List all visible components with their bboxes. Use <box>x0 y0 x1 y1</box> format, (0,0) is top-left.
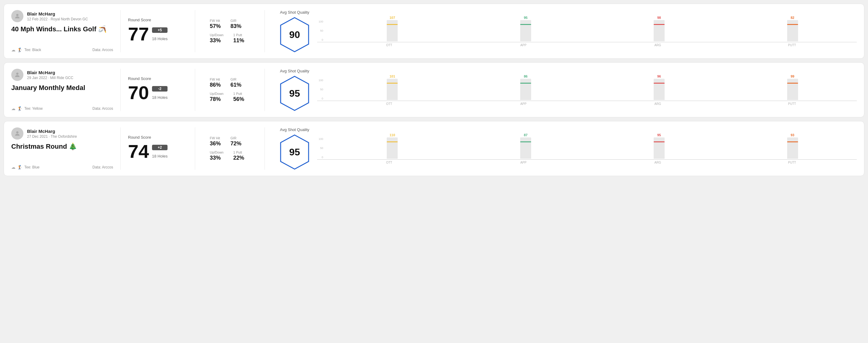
round-score-section: Round Score 77 +5 18 Holes <box>121 10 188 52</box>
updown-value: 33% <box>210 37 223 44</box>
updown-label: Up/Down <box>210 92 223 95</box>
one-putt-label: 1 Putt <box>233 33 244 37</box>
bar-chart-area: 100 50 0 110 87 95 93 <box>317 133 857 164</box>
bar-value: 101 <box>390 74 395 78</box>
avatar <box>11 127 23 139</box>
fw-hit-value: 57% <box>210 23 221 30</box>
round-title: January Monthly Medal <box>11 84 113 92</box>
stats-section: FW Hit 36% GIR 72% Up/Down 33% 1 Putt 22… <box>203 127 257 170</box>
axis-label: PUTT <box>727 43 857 47</box>
avg-shot-label: Avg Shot Quality <box>280 127 310 132</box>
one-putt-label: 1 Putt <box>233 151 244 154</box>
gir-stat: GIR 83% <box>230 19 241 30</box>
player-info: Blair McHarg 29 Jan 2022 · Mill Ride GCC <box>27 70 73 80</box>
svg-point-2 <box>16 73 18 75</box>
stats-row-bottom: Up/Down 33% 1 Putt 22% <box>210 151 250 161</box>
one-putt-value: 22% <box>233 155 244 161</box>
shot-quality-section: Avg Shot Quality 90 100 50 0 107 95 9 <box>272 10 857 52</box>
shot-quality-section: Avg Shot Quality 95 100 50 0 101 86 9 <box>272 69 857 111</box>
updown-label: Up/Down <box>210 33 223 37</box>
gir-value: 61% <box>230 82 241 88</box>
gir-value: 83% <box>230 23 241 30</box>
bar-column: 93 <box>728 133 857 159</box>
player-info: Blair McHarg 27 Dec 2021 · The Oxfordshi… <box>27 129 77 139</box>
svg-point-4 <box>16 131 18 133</box>
player-header: Blair McHarg 29 Jan 2022 · Mill Ride GCC <box>11 69 113 81</box>
score-holes: 18 Holes <box>152 95 167 100</box>
updown-label: Up/Down <box>210 151 223 154</box>
bar-value: 96 <box>657 74 661 78</box>
bar-column: 98 <box>595 16 723 41</box>
gir-stat: GIR 61% <box>230 77 241 88</box>
bar-value: 107 <box>390 16 395 20</box>
card-left-section: Blair McHarg 29 Jan 2022 · Mill Ride GCC… <box>11 69 121 111</box>
bag-icon: 🏌 <box>17 165 23 170</box>
avatar <box>11 10 23 22</box>
bar-value: 99 <box>791 74 795 78</box>
bag-icon: 🏌 <box>17 48 23 52</box>
updown-stat: Up/Down 33% <box>210 33 223 44</box>
data-source: Data: Arccos <box>92 48 113 52</box>
one-putt-value: 56% <box>233 96 244 102</box>
bar-column: 95 <box>595 133 723 159</box>
fw-hit-stat: FW Hit 57% <box>210 19 221 30</box>
round-title: Christmas Round 🎄 <box>11 143 113 151</box>
axis-label: APP <box>459 161 588 164</box>
axis-label: APP <box>459 43 588 47</box>
one-putt-stat: 1 Putt 56% <box>233 92 244 102</box>
stats-row-top: FW Hit 57% GIR 83% <box>210 19 250 30</box>
bar-column: 82 <box>728 16 857 41</box>
bar-chart-area: 100 50 0 101 86 96 99 <box>317 74 857 105</box>
card-footer: ☁ 🏌 Tee: Black Data: Arccos <box>11 48 113 52</box>
divider <box>195 69 195 111</box>
bar-value: 87 <box>524 133 527 137</box>
round-score-label: Round Score <box>128 76 180 81</box>
fw-hit-value: 36% <box>210 141 221 147</box>
axis-label: ARG <box>593 161 723 164</box>
one-putt-label: 1 Putt <box>233 92 244 95</box>
score-number: 70 <box>128 83 149 102</box>
data-source: Data: Arccos <box>92 106 113 111</box>
score-badge: +2 <box>152 145 167 150</box>
player-name: Blair McHarg <box>27 129 77 134</box>
updown-stat: Up/Down 33% <box>210 151 223 161</box>
shot-quality-left: Avg Shot Quality 95 <box>279 69 310 111</box>
divider <box>195 127 195 170</box>
score-number: 74 <box>128 142 149 161</box>
axis-label: OTT <box>324 43 454 47</box>
svg-point-0 <box>16 14 18 16</box>
player-date: 27 Dec 2021 · The Oxfordshire <box>27 134 77 139</box>
bar-column: 95 <box>462 16 590 41</box>
shot-quality-section: Avg Shot Quality 95 100 50 0 110 87 9 <box>272 127 857 170</box>
updown-value: 78% <box>210 96 223 102</box>
score-row: 74 +2 18 Holes <box>128 142 180 161</box>
bar-value: 86 <box>524 74 527 78</box>
player-header: Blair McHarg 27 Dec 2021 · The Oxfordshi… <box>11 127 113 139</box>
round-title: 40 Mph Winds... Links Golf 🪃 <box>11 25 113 33</box>
card-footer: ☁ 🏌 Tee: Blue Data: Arccos <box>11 165 113 170</box>
divider-2 <box>265 69 265 111</box>
hexagon-container: 95 <box>279 134 310 170</box>
data-source: Data: Arccos <box>92 165 113 169</box>
score-badge: -2 <box>152 86 167 92</box>
fw-hit-value: 86% <box>210 82 221 88</box>
stats-section: FW Hit 57% GIR 83% Up/Down 33% 1 Putt 11… <box>203 10 257 52</box>
shot-quality-left: Avg Shot Quality 90 <box>279 10 310 52</box>
score-number: 77 <box>128 25 149 43</box>
tee-info: ☁ 🏌 Tee: Black <box>11 48 41 52</box>
tee-label: Tee: Black <box>24 48 41 52</box>
gir-stat: GIR 72% <box>230 136 241 147</box>
tee-info: ☁ 🏌 Tee: Blue <box>11 165 39 170</box>
round-score-label: Round Score <box>128 18 180 22</box>
stats-row-bottom: Up/Down 78% 1 Putt 56% <box>210 92 250 102</box>
bar-column: 99 <box>728 74 857 100</box>
card-left-section: Blair McHarg 27 Dec 2021 · The Oxfordshi… <box>11 127 121 170</box>
tee-label: Tee: Yellow <box>24 106 42 111</box>
score-badge: +5 <box>152 27 167 33</box>
bar-column: 96 <box>595 74 723 100</box>
fw-hit-stat: FW Hit 36% <box>210 136 221 147</box>
score-holes: 18 Holes <box>152 36 167 41</box>
round-score-section: Round Score 70 -2 18 Holes <box>121 69 188 111</box>
bar-value: 110 <box>390 133 395 137</box>
gir-label: GIR <box>230 136 241 140</box>
